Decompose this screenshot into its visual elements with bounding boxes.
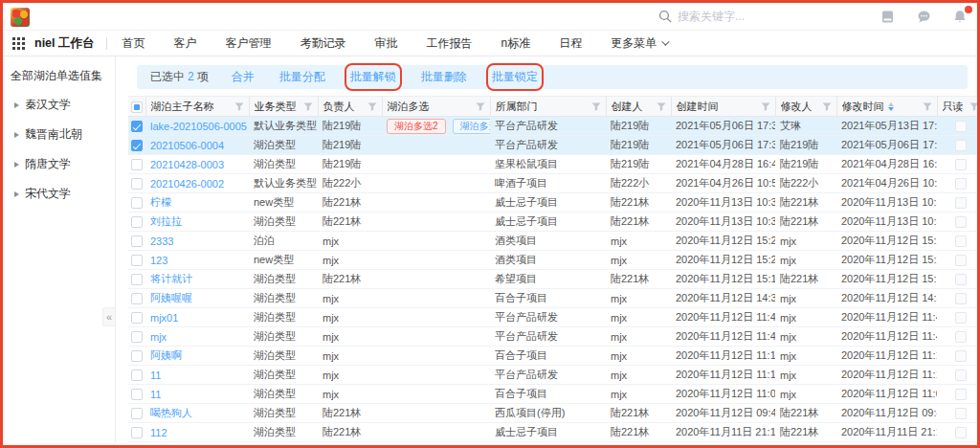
lake-name-link[interactable]: mjx	[150, 331, 167, 343]
row-checkbox[interactable]	[131, 408, 143, 419]
nav-item[interactable]: 首页	[122, 35, 145, 52]
global-search[interactable]	[658, 10, 766, 23]
table-row[interactable]: 2333 泊泊 mjx 酒类项目 mjx 2020年11月12日 15:25 m…	[128, 232, 977, 251]
readonly-checkbox[interactable]	[955, 140, 967, 151]
lake-name-link[interactable]: 20210426-0002	[150, 178, 224, 190]
row-checkbox[interactable]	[131, 159, 143, 170]
filter-icon[interactable]	[472, 102, 485, 111]
filter-icon[interactable]	[588, 102, 601, 111]
table-row[interactable]: 123 new类型 mjx 酒类项目 mjx 2020年11月12日 15:25…	[128, 251, 977, 270]
readonly-checkbox[interactable]	[955, 427, 967, 438]
lake-name-link[interactable]: 112	[150, 427, 167, 438]
table-row[interactable]: 喝热狗人 湖泊类型 陆221林 西瓜项目(停用) 陆221林 2020年11月1…	[128, 404, 977, 423]
readonly-checkbox[interactable]	[955, 216, 967, 228]
caret-right-icon[interactable]	[14, 102, 19, 108]
row-checkbox[interactable]	[131, 216, 143, 228]
table-row[interactable]: 阿姨喔喔 湖泊类型 mjx 百合子项目 mjx 2020年11月12日 14:3…	[128, 289, 977, 308]
table-row[interactable]: 20210428-0003 湖泊类型 陆219陆 坚果松鼠项目 陆219陆 20…	[128, 155, 977, 174]
readonly-checkbox[interactable]	[955, 350, 967, 362]
lake-name-link[interactable]: 123	[150, 255, 167, 266]
column-header[interactable]: 负责人	[318, 97, 382, 117]
row-checkbox[interactable]	[131, 427, 143, 438]
sidebar-tree-item[interactable]: 魏晋南北朝	[14, 126, 107, 143]
readonly-checkbox[interactable]	[955, 274, 967, 285]
row-checkbox[interactable]	[131, 235, 143, 247]
row-checkbox[interactable]	[131, 350, 143, 362]
sidebar-collapse-handle[interactable]: «	[102, 307, 116, 326]
table-row[interactable]: mjx01 湖泊类型 mjx 平台产品研发 mjx 2020年11月12日 11…	[128, 308, 977, 327]
filter-icon[interactable]	[919, 102, 932, 111]
filter-icon[interactable]	[364, 102, 377, 111]
lake-name-link[interactable]: 11	[150, 389, 161, 400]
readonly-checkbox[interactable]	[955, 197, 967, 209]
row-checkbox[interactable]	[131, 140, 143, 151]
sidebar-tree-item[interactable]: 秦汉文学	[14, 97, 107, 113]
column-header[interactable]: 创建人	[606, 97, 671, 117]
readonly-checkbox[interactable]	[955, 293, 967, 304]
book-icon[interactable]	[880, 10, 895, 24]
readonly-checkbox[interactable]	[955, 159, 967, 170]
apps-grid-icon[interactable]	[12, 37, 25, 50]
sidebar-tree-item[interactable]: 隋唐文学	[14, 156, 107, 172]
column-header[interactable]: 湖泊多选	[382, 97, 490, 117]
table-row[interactable]: 20210506-0004 湖泊类型 陆219陆 平台产品研发 陆219陆 20…	[128, 136, 977, 155]
column-header[interactable]: 业务类型	[249, 97, 318, 117]
row-checkbox[interactable]	[131, 331, 143, 343]
lake-name-link[interactable]: 11	[150, 370, 161, 381]
table-row[interactable]: 将计就计 湖泊类型 陆221林 希望项目 陆221林 2020年11月12日 1…	[128, 270, 977, 289]
table-row[interactable]: lake-20210506-0005 默认业务类型 陆219陆 湖泊多选2湖泊多…	[128, 117, 977, 136]
column-header[interactable]: 修改时间	[836, 97, 937, 117]
row-checkbox[interactable]	[131, 197, 143, 209]
row-checkbox[interactable]	[131, 121, 143, 132]
column-header[interactable]: 修改人	[775, 97, 836, 117]
bulk-action-button[interactable]: 合并	[232, 69, 255, 85]
nav-item[interactable]: 日程	[559, 35, 582, 52]
app-logo[interactable]	[11, 8, 30, 27]
bulk-action-button[interactable]: 批量解锁	[350, 69, 396, 85]
nav-item[interactable]: 客户管理	[226, 35, 272, 52]
row-checkbox[interactable]	[131, 178, 143, 190]
column-header[interactable]: 只读	[937, 97, 977, 117]
table-row[interactable]: 阿姨啊 湖泊类型 mjx 百合子项目 mjx 2020年11月12日 11:16…	[128, 347, 977, 366]
lake-name-link[interactable]: 将计就计	[150, 273, 192, 284]
table-row[interactable]: 刘拉拉 湖泊类型 陆221林 威士忌子项目 陆221林 2020年11月13日 …	[128, 213, 977, 232]
bell-icon[interactable]	[953, 10, 968, 24]
bulk-action-button[interactable]: 批量分配	[279, 69, 325, 85]
nav-item[interactable]: 考勤记录	[301, 35, 346, 52]
readonly-checkbox[interactable]	[955, 370, 967, 381]
readonly-checkbox[interactable]	[955, 178, 967, 190]
lake-name-link[interactable]: 2333	[150, 235, 173, 247]
readonly-checkbox[interactable]	[955, 235, 967, 247]
bulk-action-button[interactable]: 批量删除	[421, 69, 467, 85]
nav-item[interactable]: n标准	[501, 35, 531, 52]
table-row[interactable]: 11 湖泊类型 mjx 百合子项目 mjx 2020年11月12日 11:04 …	[128, 385, 977, 404]
lake-name-link[interactable]: 20210506-0004	[150, 140, 224, 151]
lake-name-link[interactable]: 刘拉拉	[150, 215, 182, 227]
caret-right-icon[interactable]	[14, 191, 19, 197]
row-checkbox[interactable]	[131, 389, 143, 400]
search-input[interactable]	[678, 10, 766, 23]
lake-name-link[interactable]: 柠檬	[150, 196, 171, 208]
nav-item[interactable]: 工作报告	[427, 35, 473, 52]
select-all-checkbox[interactable]	[131, 101, 143, 113]
lake-name-link[interactable]: lake-20210506-0005	[150, 121, 247, 132]
column-header[interactable]: 创建时间	[671, 97, 775, 117]
readonly-checkbox[interactable]	[955, 121, 967, 132]
table-row[interactable]: 柠檬 new类型 陆221林 威士忌子项目 陆221林 2020年11月13日 …	[128, 193, 977, 213]
column-header[interactable]: 湖泊主子名称	[145, 97, 249, 117]
row-checkbox[interactable]	[131, 293, 143, 304]
more-menu[interactable]: 更多菜单	[611, 35, 667, 52]
lake-name-link[interactable]: mjx01	[150, 312, 178, 324]
filter-icon[interactable]	[818, 102, 832, 111]
filter-icon[interactable]	[757, 102, 770, 111]
readonly-checkbox[interactable]	[955, 408, 967, 419]
row-checkbox[interactable]	[131, 274, 143, 285]
caret-right-icon[interactable]	[14, 132, 19, 138]
lake-name-link[interactable]: 喝热狗人	[150, 407, 192, 418]
filter-icon[interactable]	[966, 102, 977, 111]
sort-icon[interactable]	[888, 102, 894, 111]
row-checkbox[interactable]	[131, 312, 143, 324]
row-checkbox[interactable]	[131, 255, 143, 266]
filter-icon[interactable]	[231, 102, 244, 111]
workspace-title[interactable]: niel 工作台	[34, 35, 95, 52]
